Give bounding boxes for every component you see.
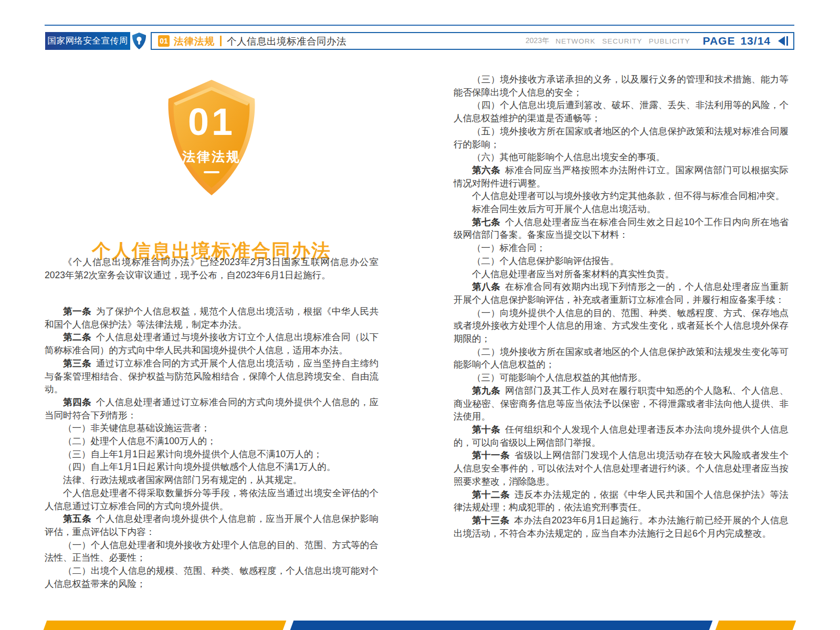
clause-number: 第十三条: [472, 515, 509, 526]
clause-text: 个人信息处理者应当在标准合同生效之日起10个工作日内向所在地省级网信部门备案。备…: [454, 217, 789, 240]
paragraph: （四）自上年1月1日起累计向境外提供敏感个人信息不满1万人的。: [45, 460, 379, 474]
triangle-bar-icon: [786, 36, 788, 46]
clause-number: 第十条: [472, 424, 500, 435]
article-intro: 《个人信息出境标准合同办法》已经2023年2月3日国家互联网信息办公室2023年…: [45, 256, 379, 281]
clause-text: （二）境外接收方所在国家或者地区的个人信息保护政策和法规发生变化等可能影响个人信…: [454, 346, 789, 370]
chapter-shield-badge: 01 法律法规: [45, 77, 379, 197]
clause-number: 第十二条: [472, 489, 510, 500]
paragraph: 第十一条省级以上网信部门发现个人信息出境活动存在较大风险或者发生个人信息安全事件…: [454, 449, 789, 488]
clause-text: 个人信息处理者通过与境外接收方订立个人信息出境标准合同（以下简称标准合同）的方式…: [45, 332, 379, 355]
paragraph: （三）自上年1月1日起累计向境外提供个人信息不满10万人的；: [45, 448, 379, 461]
brand-banner: 国家网络安全宣传周: [45, 32, 130, 50]
clause-number: 第八条: [472, 281, 500, 292]
footer-bar-orange-left: [44, 621, 287, 630]
clause-text: （一）非关键信息基础设施运营者；: [63, 423, 210, 433]
paragraph: 第九条网信部门及其工作人员对在履行职责中知悉的个人隐私、个人信息、商业秘密、保密…: [454, 384, 789, 423]
right-column: （三）境外接收方承诺承担的义务，以及履行义务的管理和技术措施、能力等能否保障出境…: [454, 73, 789, 540]
shield-number: 01: [160, 103, 263, 141]
document-page: 国家网络安全宣传周 01 法律法规 个人信息出境标准合同办法 2023年 NET…: [0, 0, 840, 630]
paragraph: （二）个人信息保护影响评估报告。: [454, 255, 789, 268]
clause-text: 法律、行政法规或者国家网信部门另有规定的，从其规定。: [63, 475, 302, 485]
paragraph: （一）标准合同；: [454, 242, 789, 255]
clause-text: （一）个人信息处理者和境外接收方处理个人信息的目的、范围、方式等的合法性、正当性…: [45, 540, 379, 563]
paragraph: 个人信息处理者可以与境外接收方约定其他条款，但不得与标准合同相冲突。: [454, 190, 789, 203]
triangle-left-icon: [778, 36, 785, 46]
document-title: 个人信息出境标准合同办法: [227, 35, 346, 48]
paragraph: 第五条个人信息处理者向境外提供个人信息前，应当开展个人信息保护影响评估，重点评估…: [45, 512, 379, 538]
clause-text: 为了保护个人信息权益，规范个人信息出境活动，根据《中华人民共和国个人信息保护法》…: [45, 306, 379, 330]
paragraph: 标准合同生效后方可开展个人信息出境活动。: [454, 203, 789, 216]
footer-bar-blue: [290, 621, 713, 630]
brand-label: 国家网络安全宣传周: [48, 35, 128, 47]
clause-text: （二）个人信息保护影响评估报告。: [472, 256, 619, 266]
clause-text: 网信部门及其工作人员对在履行职责中知悉的个人隐私、个人信息、商业秘密、保密商务信…: [454, 385, 789, 422]
paragraph: （二）处理个人信息不满100万人的；: [45, 435, 379, 448]
clause-number: 第九条: [472, 385, 500, 396]
clause-text: （一）标准合同；: [472, 243, 545, 253]
paragraph: 第四条个人信息处理者通过订立标准合同的方式向境外提供个人信息的，应当同时符合下列…: [45, 396, 379, 422]
paragraph: 第十条任何组织和个人发现个人信息处理者违反本办法向境外提供个人信息的，可以向省级…: [454, 423, 789, 449]
paragraph: （三）境外接收方承诺承担的义务，以及履行义务的管理和技术措施、能力等能否保障出境…: [454, 73, 789, 99]
header-divider: [220, 36, 222, 46]
paragraph: 第七条个人信息处理者应当在标准合同生效之日起10个工作日内向所在地省级网信部门备…: [454, 216, 789, 242]
clause-number: 第一条: [63, 306, 91, 317]
clause-text: （一）向境外提供个人信息的目的、范围、种类、敏感程度、方式、保存地点或者境外接收…: [454, 308, 789, 344]
paragraph: 第八条在标准合同有效期内出现下列情形之一的，个人信息处理者应当重新开展个人信息保…: [454, 280, 789, 306]
paragraph: （一）个人信息处理者和境外接收方处理个人信息的目的、范围、方式等的合法性、正当性…: [45, 539, 379, 564]
paragraph: 个人信息处理者不得采取数量拆分等手段，将依法应当通过出境安全评估的个人信息通过订…: [45, 487, 379, 512]
clause-number: 第十一条: [472, 450, 510, 460]
prev-page-icon[interactable]: [778, 36, 788, 46]
clause-text: 个人信息处理者向境外提供个人信息前，应当开展个人信息保护影响评估，重点评估以下内…: [45, 513, 379, 537]
clause-text: （四）个人信息出境后遭到篡改、破坏、泄露、丢失、非法利用等的风险，个人信息权益维…: [454, 100, 789, 123]
intro-paragraph: 《个人信息出境标准合同办法》已经2023年2月3日国家互联网信息办公室2023年…: [45, 256, 379, 281]
shield-label: 法律法规: [160, 148, 263, 165]
clause-text: （三）自上年1月1日起累计向境外提供个人信息不满10万人的；: [63, 449, 322, 459]
footer-bar-orange-right: [716, 621, 796, 630]
paragraph: 第一条为了保护个人信息权益，规范个人信息出境活动，根据《中华人民共和国个人信息保…: [45, 305, 379, 331]
paragraph: 第六条标准合同应当严格按照本办法附件订立。国家网信部门可以根据实际情况对附件进行…: [454, 164, 789, 190]
clause-number: 第六条: [472, 165, 500, 175]
paragraph: （一）向境外提供个人信息的目的、范围、种类、敏感程度、方式、保存地点或者境外接收…: [454, 307, 789, 345]
page-indicator: PAGE 13/14: [702, 35, 771, 47]
paragraph: （一）非关键信息基础设施运营者；: [45, 422, 379, 435]
paragraph: （三）可能影响个人信息权益的其他情形。: [454, 371, 789, 384]
clause-text: （二）处理个人信息不满100万人的；: [63, 436, 216, 446]
clause-text: 标准合同生效后方可开展个人信息出境活动。: [472, 204, 656, 214]
clause-number: 第三条: [63, 358, 91, 369]
clause-text: 个人信息处理者通过订立标准合同的方式向境外提供个人信息的，应当同时符合下列情形：: [45, 397, 379, 421]
paragraph: （二）出境个人信息的规模、范围、种类、敏感程度，个人信息出境可能对个人信息权益带…: [45, 564, 379, 590]
left-column: 第一条为了保护个人信息权益，规范个人信息出境活动，根据《中华人民共和国个人信息保…: [45, 305, 379, 590]
clause-text: （三）可能影响个人信息权益的其他情形。: [472, 372, 647, 383]
paragraph: 第十三条本办法自2023年6月1日起施行。本办法施行前已经开展的个人信息出境活动…: [454, 514, 789, 540]
paragraph: 法律、行政法规或者国家网信部门另有规定的，从其规定。: [45, 474, 379, 487]
clause-text: 通过订立标准合同的方式开展个人信息出境活动，应当坚持自主缔约与备案管理相结合、保…: [45, 358, 379, 394]
clause-text: （二）出境个人信息的规模、范围、种类、敏感程度，个人信息出境可能对个人信息权益带…: [45, 565, 379, 589]
clause-text: 标准合同应当严格按照本办法附件订立。国家网信部门可以根据实际情况对附件进行调整。: [454, 165, 789, 188]
page-number: 13/14: [740, 35, 771, 47]
clause-text: 个人信息处理者应当对所备案材料的真实性负责。: [472, 269, 674, 279]
publicity-label: NETWORK SECURITY PUBLICITY: [555, 37, 690, 45]
paragraph: （二）境外接收方所在国家或者地区的个人信息保护政策和法规发生变化等可能影响个人信…: [454, 345, 789, 371]
chapter-number-badge: 01: [158, 35, 170, 47]
header-top-rule: [45, 25, 794, 26]
header-bar: 01 法律法规 个人信息出境标准合同办法 2023年 NETWORK SECUR…: [151, 32, 794, 50]
clause-text: （五）境外接收方所在国家或者地区的个人信息保护政策和法规对标准合同履行的影响；: [454, 126, 789, 150]
clause-text: 在标准合同有效期内出现下列情形之一的，个人信息处理者应当重新开展个人信息保护影响…: [454, 281, 789, 305]
clause-number: 第五条: [63, 513, 91, 524]
shield-dash: [204, 171, 219, 173]
paragraph: 个人信息处理者应当对所备案材料的真实性负责。: [454, 268, 789, 281]
clause-number: 第七条: [472, 217, 500, 227]
paragraph: 第三条通过订立标准合同的方式开展个人信息出境活动，应当坚持自主缔约与备案管理相结…: [45, 357, 379, 396]
paragraph: （五）境外接收方所在国家或者地区的个人信息保护政策和法规对标准合同履行的影响；: [454, 125, 789, 151]
clause-number: 第二条: [63, 332, 91, 342]
clause-text: 任何组织和个人发现个人信息处理者违反本办法向境外提供个人信息的，可以向省级以上网…: [454, 424, 789, 448]
paragraph: （六）其他可能影响个人信息出境安全的事项。: [454, 151, 789, 164]
page-label: PAGE: [702, 35, 735, 47]
paragraph: （四）个人信息出境后遭到篡改、破坏、泄露、丢失、非法利用等的风险，个人信息权益维…: [454, 99, 789, 124]
clause-number: 第四条: [63, 397, 91, 407]
year-label: 2023年: [526, 36, 549, 46]
paragraph: 第二条个人信息处理者通过与境外接收方订立个人信息出境标准合同（以下简称标准合同）…: [45, 331, 379, 356]
clause-text: 个人信息处理者可以与境外接收方约定其他条款，但不得与标准合同相冲突。: [472, 191, 784, 201]
clause-text: 个人信息处理者不得采取数量拆分等手段，将依法应当通过出境安全评估的个人信息通过订…: [45, 488, 379, 511]
shield-lock-icon: [132, 32, 146, 50]
